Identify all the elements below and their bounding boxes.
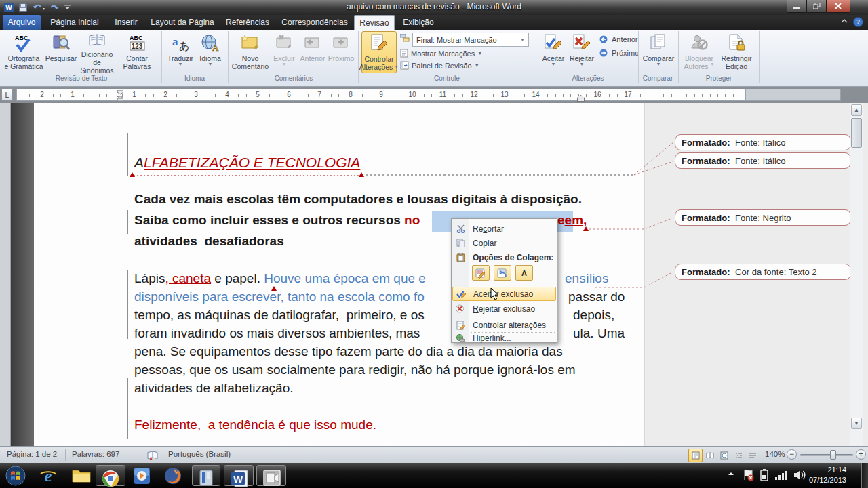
scrollbar-thumb[interactable] — [851, 118, 862, 148]
proofing-status-icon[interactable] — [146, 449, 159, 460]
paste-text-only-button[interactable]: A — [515, 265, 533, 281]
new-comment-button[interactable]: Novo Comentário — [232, 31, 269, 73]
translate-button[interactable]: aあ Traduzir ▼ — [165, 31, 195, 73]
taskbar-media-player-icon[interactable] — [133, 467, 151, 485]
doc-line-fragment[interactable]: ensílios — [565, 271, 608, 286]
zoom-out-button[interactable]: − — [787, 449, 797, 460]
accept-change-button[interactable]: Aceitar ▼ — [540, 31, 567, 73]
indent-marker[interactable] — [117, 90, 123, 100]
paste-keep-formatting-button[interactable] — [472, 265, 490, 281]
taskbar-firefox-icon[interactable] — [164, 467, 182, 485]
word-count-button[interactable]: ABC123 Contar Palavras — [118, 31, 156, 73]
vertical-ruler[interactable] — [0, 103, 11, 446]
tab-pagina-inicial[interactable]: Página Inicial — [43, 15, 106, 30]
language-indicator[interactable]: Português (Brasil) — [168, 450, 231, 458]
tab-referencias[interactable]: Referências — [220, 15, 275, 30]
zoom-level[interactable]: 140% — [765, 450, 785, 458]
compare-button[interactable]: Comparar ▼ — [642, 31, 675, 73]
menu-item-recortar[interactable]: Recortar — [452, 222, 556, 236]
page-indicator[interactable]: Página: 1 de 2 — [7, 450, 57, 458]
tab-exibicao[interactable]: Exibição — [396, 15, 441, 30]
doc-line[interactable]: pessoas, que os usam socialmente para re… — [134, 363, 576, 378]
tray-network-icon[interactable] — [775, 470, 787, 480]
revision-callout[interactable]: Formatado: Fonte: Itálico — [675, 152, 851, 169]
tray-volume-icon[interactable] — [793, 470, 806, 481]
zoom-in-button[interactable]: + — [856, 449, 866, 460]
next-change-button[interactable]: Próximo — [599, 49, 639, 57]
taskbar-word-button[interactable]: W — [224, 465, 254, 486]
doc-line-fragment[interactable]: ula. Uma — [573, 326, 625, 341]
track-changes-button[interactable]: Controlar Alterações▼ — [361, 31, 397, 73]
doc-line-fragment[interactable]: depois, — [573, 308, 614, 323]
menu-item-controlar-alteracoes[interactable]: Controlar alterações — [452, 318, 556, 332]
previous-change-button[interactable]: Anterior — [599, 35, 638, 43]
view-outline-button[interactable] — [731, 449, 745, 462]
scroll-down-button[interactable]: ▼ — [851, 418, 862, 429]
doc-line[interactable]: disponíveis para escrever, tanto na esco… — [134, 289, 425, 304]
restrict-editing-button[interactable]: Restringir Edição — [717, 31, 755, 73]
doc-line[interactable]: pena. Se equipamentos desse tipo fazem p… — [134, 344, 563, 359]
start-button[interactable] — [5, 466, 26, 486]
revision-callout[interactable]: Formatado: Cor da fonte: Texto 2 — [675, 264, 851, 280]
reject-change-button[interactable]: Rejeitar ▼ — [568, 31, 595, 73]
doc-line[interactable]: tempo, as máquinas de datilografar, prim… — [134, 308, 425, 323]
scroll-up-button[interactable]: ▲ — [851, 104, 862, 116]
next-comment-button[interactable]: Próximo — [327, 31, 355, 73]
doc-line[interactable]: foram invadindo os mais diversos ambient… — [134, 326, 420, 341]
doc-line[interactable]: Cada vez mais escolas têm computadores e… — [134, 192, 582, 207]
minimize-button[interactable] — [787, 0, 807, 13]
view-draft-button[interactable] — [745, 449, 760, 462]
spelling-grammar-button[interactable]: ABC Ortografia e Gramática — [4, 31, 43, 73]
thesaurus-button[interactable]: Dicionário de Sinônimos — [77, 31, 117, 73]
taskbar-internet-explorer-icon[interactable]: e — [39, 467, 57, 485]
revision-callout[interactable]: Formatado: Fonte: Itálico — [675, 134, 851, 150]
doc-line[interactable]: Felizmente, a tendência é que isso mude. — [134, 418, 376, 432]
restore-button[interactable] — [806, 0, 827, 13]
show-markup-button[interactable]: Mostrar Marcações▼ — [400, 49, 482, 58]
taskbar-windows-explorer-icon[interactable] — [72, 467, 91, 483]
doc-line[interactable]: Lápis, caneta e papel. Houve uma época e… — [134, 271, 426, 286]
tab-arquivo[interactable]: Arquivo — [3, 15, 41, 30]
taskbar-chrome-button[interactable] — [96, 465, 125, 486]
view-fullscreen-reading-button[interactable] — [703, 449, 717, 462]
minimize-ribbon-icon[interactable] — [841, 18, 848, 24]
doc-title-line[interactable]: ALFABETIZAÇÃO E TECNOLOGIA — [134, 155, 360, 171]
menu-item-hiperlink[interactable]: Hiperlink... — [452, 333, 556, 342]
help-icon[interactable]: ? — [853, 17, 863, 27]
tray-action-center-icon[interactable] — [742, 469, 754, 481]
show-desktop-button[interactable] — [861, 463, 868, 488]
tab-layout-da-pagina[interactable]: Layout da Página — [146, 15, 218, 30]
paste-merge-formatting-button[interactable] — [494, 265, 511, 281]
view-print-layout-button[interactable] — [688, 449, 703, 462]
tab-revisao[interactable]: Revisão — [354, 15, 395, 30]
reviewing-pane-button[interactable]: Painel de Revisão▼ — [400, 61, 479, 70]
doc-line[interactable]: Saiba como incluir esses e outros recurs… — [134, 213, 420, 228]
tray-show-hidden-icons[interactable] — [727, 471, 735, 476]
menu-item-copiar[interactable]: Copiar — [452, 236, 556, 250]
zoom-slider-thumb[interactable] — [830, 450, 836, 460]
tab-stop-selector[interactable]: L — [1, 88, 13, 101]
display-for-review-combo[interactable]: Final: Mostrar Marcação▼ — [412, 33, 529, 47]
tab-inserir[interactable]: Inserir — [107, 15, 145, 30]
vertical-scrollbar[interactable]: ▲ ▼ — [850, 103, 863, 446]
taskbar-recorder-button[interactable] — [256, 465, 286, 486]
doc-line[interactable]: atividades desafiadoras — [134, 234, 284, 249]
doc-line[interactable]: atividades de alfabetização. — [134, 381, 294, 396]
menu-item-rejeitar-exclusao[interactable]: Rejeitar exclusão — [452, 302, 556, 316]
language-button[interactable]: A Idioma ▼ — [195, 31, 225, 73]
close-button[interactable] — [826, 0, 850, 13]
tab-correspondencias[interactable]: Correspondências — [277, 15, 353, 30]
doc-line-fragment[interactable]: passar do — [568, 289, 625, 304]
menu-item-aceitar-exclusao[interactable]: Aceitar exclusão — [452, 287, 556, 301]
tray-clock[interactable]: 21:14 07/12/2013 — [809, 465, 846, 485]
delete-comment-button[interactable]: Excluir ▼ — [270, 31, 298, 73]
word-count-indicator[interactable]: Palavras: 697 — [72, 450, 119, 458]
taskbar-device-button[interactable] — [192, 465, 220, 486]
previous-comment-button[interactable]: Anterior — [298, 31, 327, 73]
research-button[interactable]: Pesquisar — [45, 31, 77, 73]
zoom-slider-track[interactable] — [800, 454, 853, 456]
tray-battery-icon[interactable] — [760, 469, 768, 481]
horizontal-ruler[interactable]: 2 1 1 2 3 4 5 6 7 8 9 10 11 12 13 14 16 … — [16, 89, 746, 101]
block-authors-button[interactable]: Bloquear Autores▼ — [682, 31, 716, 73]
revision-callout[interactable]: Formatado: Fonte: Negrito — [675, 209, 851, 226]
